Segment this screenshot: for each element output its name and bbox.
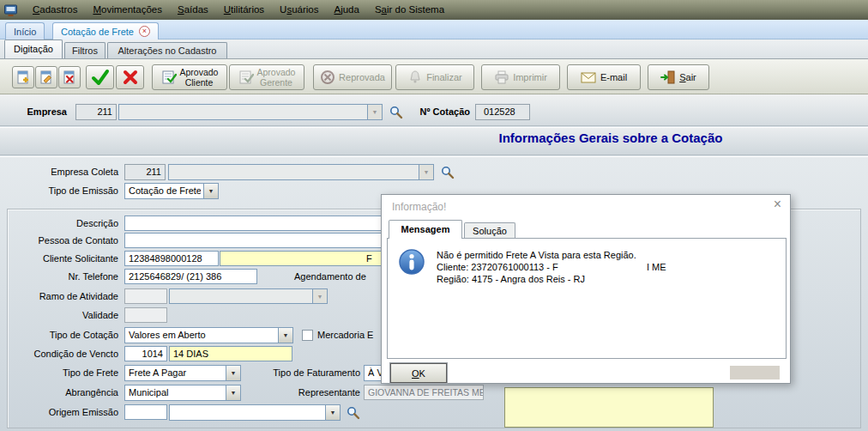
observacao-memo[interactable]	[504, 387, 714, 428]
aprovado-gerente-icon	[238, 70, 254, 85]
magnifier-icon	[347, 406, 360, 420]
tipo-emissao-combo[interactable]: Cotação de Frete	[124, 183, 219, 199]
tipo-faturamento-label: Tipo de Faturamento	[259, 365, 360, 381]
mercadoria-checkbox[interactable]	[302, 330, 313, 341]
label-part: S	[178, 4, 184, 15]
origem-emissao-code-field[interactable]	[124, 404, 167, 420]
label-part: aídas	[184, 4, 208, 15]
dialog-tab-solucao[interactable]: Solução	[464, 222, 515, 239]
tab-label: Cotação de Frete	[61, 27, 134, 37]
empresa-coleta-combo[interactable]	[168, 164, 434, 180]
message-line-2-suffix: I ME	[647, 262, 666, 272]
label-part: adastros	[39, 4, 77, 15]
dropdown-arrow-icon[interactable]	[325, 405, 340, 420]
empresa-combo[interactable]	[118, 104, 383, 120]
label-part: Gerente	[257, 77, 296, 88]
sair-button[interactable]: Sair	[648, 64, 709, 90]
ramo-atividade-label: Ramo de Atividade	[10, 288, 118, 305]
menu-item-ajuda[interactable]: Ajuda	[326, 0, 366, 20]
tipo-cotacao-combo[interactable]: Valores em Aberto	[124, 327, 293, 343]
descricao-label: Descrição	[10, 216, 118, 232]
empresa-coleta-search-button[interactable]	[439, 164, 456, 181]
printer-icon	[494, 70, 509, 85]
menu-item-movimentacoes[interactable]: Movimentações	[85, 0, 170, 20]
abrangencia-combo[interactable]: Municipal	[124, 385, 241, 401]
envelope-icon	[581, 70, 597, 84]
label-part: F	[366, 253, 372, 264]
ramo-atividade-combo	[169, 288, 328, 304]
combo-value: Valores em Aberto	[129, 328, 275, 343]
validade-label: Validade	[10, 307, 118, 324]
reprovada-button: Reprovada	[313, 64, 392, 90]
cancel-record-icon	[62, 70, 77, 85]
close-tab-icon[interactable]	[139, 26, 150, 37]
ok-button[interactable]: OK	[390, 363, 447, 383]
menu-item-usuarios[interactable]: Usuários	[272, 0, 326, 20]
subtab-filtros[interactable]: Filtros	[64, 42, 105, 58]
message-line-3: Região: 4175 - Angra dos Reis - RJ	[437, 274, 585, 284]
dialog-tab-mensagem[interactable]: Mensagem	[389, 220, 462, 239]
origem-emissao-search-button[interactable]	[345, 404, 362, 422]
cliente-solicitante-label: Cliente Solicitante	[10, 251, 118, 267]
dropdown-arrow-icon[interactable]	[226, 366, 240, 380]
tab-inicio[interactable]: Início	[5, 22, 45, 39]
main-tab-bar: Início Cotação de Frete	[0, 20, 868, 39]
empresa-search-button[interactable]	[388, 104, 405, 121]
info-dialog: Informação! Mensagem Solução Não é permi…	[381, 194, 791, 384]
button-label: Finalizar	[426, 72, 462, 82]
tab-cotacao-de-frete[interactable]: Cotação de Frete	[52, 22, 159, 39]
abrangencia-label: Abrangência	[10, 385, 118, 401]
condicao-vencto-desc-field[interactable]: 14 DIAS	[169, 346, 292, 361]
empresa-coleta-label: Empresa Coleta	[10, 164, 118, 180]
validade-field	[124, 307, 167, 323]
menu-item-saidas[interactable]: Saídas	[170, 0, 216, 20]
combo-value: Frete A Pagar	[129, 366, 223, 380]
dropdown-arrow-icon[interactable]	[203, 184, 218, 198]
menu-item-utilitarios[interactable]: Utilitários	[216, 0, 272, 20]
label-part: A	[334, 4, 341, 15]
empresa-coleta-field[interactable]: 211	[124, 164, 166, 180]
insert-record-icon	[15, 70, 31, 85]
cliente-cnpj-field[interactable]: 12384898000128	[124, 251, 219, 266]
magnifier-icon	[441, 166, 455, 179]
dropdown-arrow-icon	[312, 289, 327, 303]
email-button[interactable]: E-mail	[567, 64, 641, 90]
dropdown-arrow-icon[interactable]	[419, 165, 433, 179]
cancel-record-button[interactable]	[58, 66, 81, 88]
condicao-vencto-code-field[interactable]: 1014	[124, 346, 167, 361]
tab-label: Início	[14, 27, 36, 37]
tipo-frete-combo[interactable]: Frete A Pagar	[124, 365, 241, 381]
insert-record-button[interactable]	[12, 66, 34, 88]
label-part: uários	[292, 4, 318, 15]
nr-telefone-field[interactable]: 2125646829/ (21) 386	[124, 269, 257, 284]
abort-button[interactable]	[116, 65, 144, 89]
message-line-2: Cliente: 23720761000113 - F	[437, 262, 558, 272]
subtab-alteracoes-no-cadastro[interactable]: Alterações no Cadastro	[107, 42, 227, 58]
tipo-emissao-label: Tipo de Emissão	[10, 183, 118, 199]
dialog-close-icon[interactable]	[774, 197, 781, 211]
empresa-field[interactable]: 211	[75, 104, 117, 120]
combo-value: Cotação de Frete	[129, 184, 201, 198]
menu-item-sair-do-sistema[interactable]: Sair do Sistema	[367, 0, 452, 20]
finalizar-button: Finalizar	[395, 64, 474, 90]
section-title: Informações Gerais sobre a Cotação	[360, 131, 861, 145]
combo-value: Municipal	[129, 385, 223, 400]
dropdown-arrow-icon[interactable]	[367, 105, 382, 119]
confirm-button[interactable]	[86, 65, 114, 89]
dialog-message-panel: Não é permitido Frete A Vista para esta …	[387, 238, 787, 359]
dropdown-arrow-icon[interactable]	[226, 385, 240, 400]
edit-record-button[interactable]	[35, 66, 57, 88]
cross-icon	[122, 69, 139, 86]
toolbar: AprovadoCliente AprovadoGerente Reprovad…	[0, 58, 868, 94]
subtab-digitacao[interactable]: Digitação	[4, 39, 63, 58]
menu-item-cadastros[interactable]: Cadastros	[25, 0, 85, 20]
representante-field: GIOVANNA DE FREITAS MEN	[364, 385, 484, 400]
label-part: U	[224, 4, 231, 15]
aprovado-cliente-button[interactable]: AprovadoCliente	[152, 64, 227, 90]
label-part: K	[419, 368, 425, 379]
menubar: Cadastros Movimentações Saídas Utilitári…	[0, 0, 868, 20]
label-part: tilitários	[231, 4, 264, 15]
label-part: Aprovado	[180, 67, 219, 77]
origem-emissao-combo[interactable]	[169, 404, 341, 421]
dropdown-arrow-icon[interactable]	[278, 328, 292, 343]
